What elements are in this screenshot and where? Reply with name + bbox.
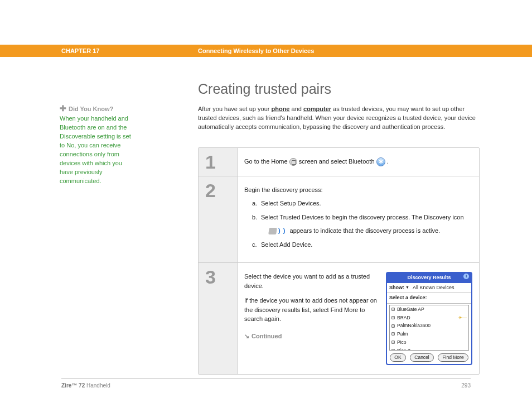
device-list: BlueGate APBRAD⚹—PalmNokia3600PalmPicoPi…	[389, 305, 469, 351]
chapter-title: Connecting Wirelessly to Other Devices	[198, 47, 314, 54]
step-text: Select Setup Devices.	[261, 200, 321, 207]
page-title: Creating trusted pairs	[198, 81, 480, 97]
main-content: Creating trusted pairs After you have se…	[198, 81, 480, 375]
step-number: 3	[199, 263, 238, 374]
signal-waves-icon: ) )	[278, 227, 286, 234]
show-value: All Known Devices	[413, 284, 454, 292]
steps-table: 1 Go to the Home screen and select Bluet…	[198, 147, 480, 375]
step-text: Select Add Device.	[261, 241, 312, 248]
step-number: 1	[199, 148, 238, 176]
device-name: BlueGate AP	[397, 306, 424, 313]
device-type-icon	[391, 316, 395, 319]
list-marker: c.	[252, 240, 261, 250]
device-type-icon	[391, 332, 395, 336]
find-more-button[interactable]: Find More	[438, 353, 468, 362]
link-phone[interactable]: phone	[271, 106, 289, 112]
device-list-item[interactable]: Pico	[390, 338, 468, 347]
product-name: Zire™ 72 Handheld	[61, 382, 110, 389]
dialog-title-text: Discovery Results	[407, 275, 451, 280]
device-name: Pico-3	[397, 347, 410, 351]
bluetooth-icon	[376, 157, 385, 166]
intro-text: and	[289, 106, 303, 112]
step-body: Go to the Home screen and select Bluetoo…	[238, 148, 479, 176]
ok-button[interactable]: OK	[390, 353, 405, 362]
device-list-item[interactable]: Pico-3	[390, 347, 468, 351]
step-text: Select the device you want to add as a t…	[244, 272, 378, 290]
step-row: 2 Begin the discovery process: a.Select …	[199, 176, 479, 264]
device-type-icon	[391, 308, 395, 311]
device-name: Pico	[397, 339, 407, 346]
cancel-button[interactable]: Cancel	[410, 353, 433, 362]
discovery-results-screenshot: Discovery Results i Show: ▼ All Known De…	[386, 272, 472, 365]
home-icon	[289, 158, 297, 166]
show-dropdown-row: Show: ▼ All Known Devices	[387, 283, 471, 294]
device-list-item[interactable]: BRAD⚹—	[390, 314, 468, 322]
step-row: 1 Go to the Home screen and select Bluet…	[199, 148, 479, 176]
continued-label: Continued	[252, 333, 282, 339]
step-text: .	[387, 158, 389, 165]
intro-paragraph: After you have set up your phone and com…	[198, 105, 480, 132]
info-icon: i	[463, 274, 469, 279]
device-name: Palm	[397, 330, 408, 338]
device-name: PalmNokia3600	[397, 322, 431, 329]
link-computer[interactable]: computer	[303, 106, 331, 112]
step-text: Go to the Home	[244, 158, 289, 165]
device-list-item[interactable]: PalmNokia3600	[390, 322, 468, 330]
select-device-label: Select a device:	[389, 294, 427, 302]
list-marker: a.	[252, 199, 261, 208]
header-bar: CHAPTER 17 Connecting Wirelessly to Othe…	[0, 45, 532, 57]
discovery-device-icon	[268, 228, 277, 234]
step-number: 2	[199, 176, 238, 263]
device-list-item[interactable]: Palm	[390, 330, 468, 338]
step-text: appears to indicate that the discovery p…	[290, 227, 441, 234]
device-type-icon	[391, 341, 395, 344]
device-name: BRAD	[397, 314, 410, 322]
did-you-know-text: When your handheld and Bluetooth are on …	[60, 114, 135, 186]
key-icon: ⚹—	[458, 314, 467, 321]
plus-icon: ✚	[60, 104, 69, 113]
dialog-title: Discovery Results i	[387, 273, 471, 283]
product-rest: Handheld	[85, 382, 110, 389]
page-number: 293	[461, 382, 471, 389]
step-text: Begin the discovery process:	[244, 185, 472, 195]
chapter-label: CHAPTER 17	[61, 47, 198, 54]
step-text: screen and select Bluetooth	[299, 158, 376, 165]
select-device-label-row: Select a device:	[387, 293, 471, 304]
sidebar-tip: ✚Did You Know? When your handheld and Bl…	[60, 103, 135, 186]
did-you-know-label: Did You Know?	[69, 106, 113, 112]
device-type-icon	[391, 349, 395, 351]
continued-indicator: ↘Continued	[244, 332, 378, 341]
product-bold: Zire™ 72	[61, 382, 85, 389]
page-footer: Zire™ 72 Handheld 293	[61, 379, 471, 389]
list-marker: b.	[252, 213, 261, 222]
device-list-item[interactable]: BlueGate AP	[390, 305, 468, 314]
dialog-buttons: OK Cancel Find More	[387, 352, 471, 364]
arrow-down-right-icon: ↘	[244, 332, 249, 341]
device-type-icon	[391, 324, 395, 328]
step-body: Begin the discovery process: a.Select Se…	[238, 176, 479, 263]
step-text: If the device you want to add does not a…	[244, 296, 378, 324]
dropdown-triangle-icon: ▼	[405, 285, 409, 291]
step-text: Select Trusted Devices to begin the disc…	[261, 214, 464, 221]
step-body: Select the device you want to add as a t…	[238, 263, 479, 374]
show-label: Show:	[389, 284, 404, 292]
intro-text: After you have set up your	[198, 106, 271, 112]
step-row: 3 Select the device you want to add as a…	[199, 263, 479, 374]
